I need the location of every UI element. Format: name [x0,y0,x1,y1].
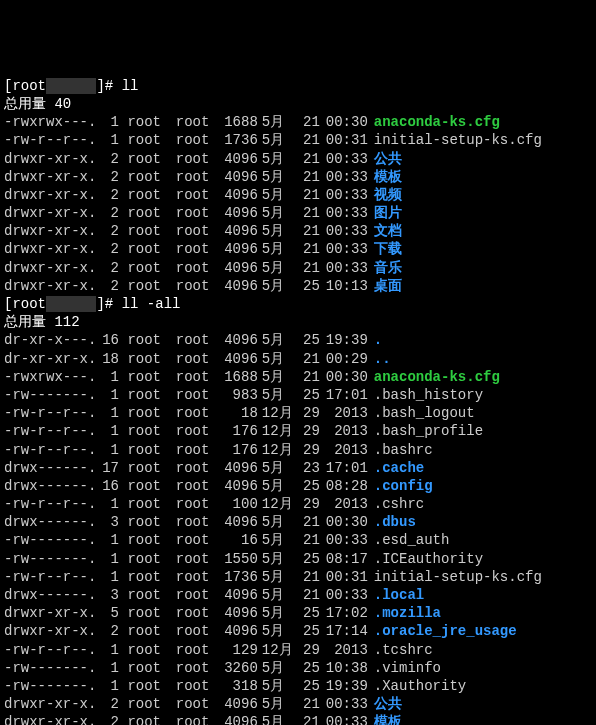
file-size: 4096 [216,477,258,495]
month: 5月 [262,622,294,640]
permissions: drwx------. [4,459,94,477]
terminal-output[interactable]: [root ]# ll总用量 40-rwxrwx---.1 root root1… [4,77,592,725]
prompt-prefix: [root [4,78,46,94]
file-name: .config [374,478,433,494]
month: 5月 [262,186,294,204]
month: 5月 [262,531,294,549]
owner: root [127,168,167,186]
file-size: 4096 [216,259,258,277]
day: 25 [294,331,320,349]
owner: root [127,350,167,368]
day: 25 [294,477,320,495]
month: 5月 [262,513,294,531]
file-row: drwx------.16 root root40965月2508:28.con… [4,477,592,495]
day: 21 [294,150,320,168]
file-row: -rw-r--r--.1 root root1812月292013.bash_l… [4,404,592,422]
day: 21 [294,259,320,277]
group: root [176,368,216,386]
file-name: .dbus [374,514,416,530]
month: 5月 [262,586,294,604]
file-size: 176 [216,441,258,459]
owner: root [127,568,167,586]
link-count: 1 [94,386,119,404]
group: root [176,477,216,495]
day: 29 [294,422,320,440]
owner: root [127,550,167,568]
file-row: drwxr-xr-x.5 root root40965月2517:02.mozi… [4,604,592,622]
day: 21 [294,513,320,531]
day: 25 [294,386,320,404]
month: 5月 [262,150,294,168]
time: 2013 [320,404,368,422]
file-name: 桌面 [374,278,402,294]
file-size: 4096 [216,459,258,477]
group: root [176,641,216,659]
file-row: drwxr-xr-x.2 root root40965月2100:33公共 [4,150,592,168]
month: 5月 [262,113,294,131]
group: root [176,459,216,477]
permissions: drwxr-xr-x. [4,186,94,204]
file-row: drwxr-xr-x.2 root root40965月2100:33文档 [4,222,592,240]
owner: root [127,368,167,386]
time: 10:13 [320,277,368,295]
permissions: -rw-r--r--. [4,422,94,440]
file-size: 1688 [216,368,258,386]
file-row: -rw-r--r--.1 root root17365月2100:31initi… [4,131,592,149]
time: 2013 [320,422,368,440]
owner: root [127,641,167,659]
permissions: drwxr-xr-x. [4,259,94,277]
time: 00:33 [320,259,368,277]
permissions: drwxr-xr-x. [4,622,94,640]
file-name: 模板 [374,169,402,185]
file-row: drwxr-xr-x.2 root root40965月2100:33模板 [4,168,592,186]
file-size: 4096 [216,222,258,240]
day: 25 [294,659,320,677]
time: 00:30 [320,368,368,386]
month: 5月 [262,222,294,240]
link-count: 2 [94,222,119,240]
day: 21 [294,531,320,549]
permissions: -rw-------. [4,386,94,404]
link-count: 16 [94,331,119,349]
owner: root [127,531,167,549]
group: root [176,350,216,368]
day: 25 [294,677,320,695]
file-size: 983 [216,386,258,404]
time: 00:33 [320,586,368,604]
permissions: drwxr-xr-x. [4,150,94,168]
file-row: drwxr-xr-x.2 root root40965月2510:13桌面 [4,277,592,295]
day: 21 [294,568,320,586]
time: 00:33 [320,240,368,258]
file-name: .oracle_jre_usage [374,623,517,639]
day: 21 [294,222,320,240]
time: 17:14 [320,622,368,640]
month: 5月 [262,240,294,258]
permissions: -rwxrwx---. [4,368,94,386]
permissions: -rw-r--r--. [4,131,94,149]
day: 29 [294,641,320,659]
owner: root [127,477,167,495]
day: 21 [294,695,320,713]
group: root [176,677,216,695]
day: 21 [294,131,320,149]
time: 08:28 [320,477,368,495]
file-name: 模板 [374,714,402,725]
day: 29 [294,495,320,513]
owner: root [127,659,167,677]
file-name: 音乐 [374,260,402,276]
link-count: 1 [94,422,119,440]
file-size: 1550 [216,550,258,568]
time: 19:39 [320,677,368,695]
file-name: .esd_auth [374,532,450,548]
month: 12月 [262,441,294,459]
link-count: 3 [94,586,119,604]
group: root [176,404,216,422]
file-size: 4096 [216,240,258,258]
file-row: -rw-r--r--.1 root root10012月292013.cshrc [4,495,592,513]
permissions: -rw-r--r--. [4,441,94,459]
link-count: 1 [94,131,119,149]
permissions: drwxr-xr-x. [4,604,94,622]
owner: root [127,240,167,258]
owner: root [127,441,167,459]
day: 25 [294,604,320,622]
